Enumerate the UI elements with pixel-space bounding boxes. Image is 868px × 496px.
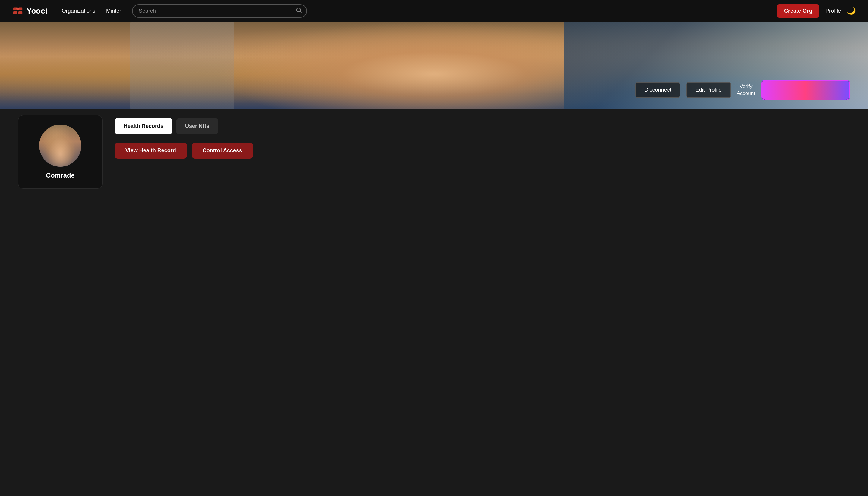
profile-link[interactable]: Profile: [825, 8, 841, 14]
navbar: Yooci Organizations Minter Create Org Pr…: [0, 0, 868, 22]
world-id-circle-icon: [768, 86, 776, 94]
profile-content: Health Records User Nfts View Health Rec…: [102, 115, 850, 161]
world-id-badge[interactable]: I'm a unique person ✳ WORLD ID: [761, 80, 850, 100]
avatar-figure: [39, 125, 81, 167]
navbar-links: Organizations Minter: [62, 8, 121, 14]
logo-text: Yooci: [27, 6, 47, 16]
dark-mode-toggle[interactable]: 🌙: [847, 6, 856, 15]
nav-link-minter[interactable]: Minter: [106, 8, 121, 14]
svg-rect-2: [13, 12, 17, 14]
banner-actions: Disconnect Edit Profile VerifyAccount I'…: [635, 80, 850, 100]
edit-profile-button[interactable]: Edit Profile: [686, 82, 730, 98]
profile-card: Comrade: [18, 115, 102, 189]
banner: Disconnect Edit Profile VerifyAccount I'…: [0, 22, 868, 109]
verify-account-label: VerifyAccount: [737, 83, 755, 96]
nav-link-organizations[interactable]: Organizations: [62, 8, 95, 14]
search-container: [132, 4, 307, 18]
world-id-unique-text: I'm a unique person: [780, 88, 822, 93]
tab-user-nfts[interactable]: User Nfts: [176, 118, 218, 134]
tabs-row: Health Records User Nfts: [114, 118, 838, 134]
logo-icon: [12, 5, 23, 17]
avatar: [39, 125, 81, 167]
search-input[interactable]: [132, 4, 307, 18]
profile-section: Comrade Health Records User Nfts View He…: [0, 109, 868, 195]
svg-rect-3: [18, 12, 22, 14]
svg-line-6: [300, 12, 301, 13]
logo[interactable]: Yooci: [12, 5, 47, 17]
profile-username: Comrade: [46, 172, 75, 180]
navbar-right: Create Org Profile 🌙: [777, 4, 856, 18]
view-health-record-button[interactable]: View Health Record: [114, 143, 187, 159]
world-id-logo-icon: ✳: [832, 84, 837, 92]
banner-figure: [217, 22, 651, 109]
world-id-logo-text: WORLD ID: [826, 93, 843, 96]
create-org-button[interactable]: Create Org: [777, 4, 819, 18]
search-button[interactable]: [296, 7, 302, 15]
tab-health-records[interactable]: Health Records: [114, 118, 172, 134]
world-id-logo: ✳ WORLD ID: [826, 84, 843, 96]
action-buttons: View Health Record Control Access: [114, 143, 838, 159]
control-access-button[interactable]: Control Access: [192, 143, 253, 159]
search-icon: [296, 7, 302, 14]
disconnect-button[interactable]: Disconnect: [635, 82, 680, 98]
